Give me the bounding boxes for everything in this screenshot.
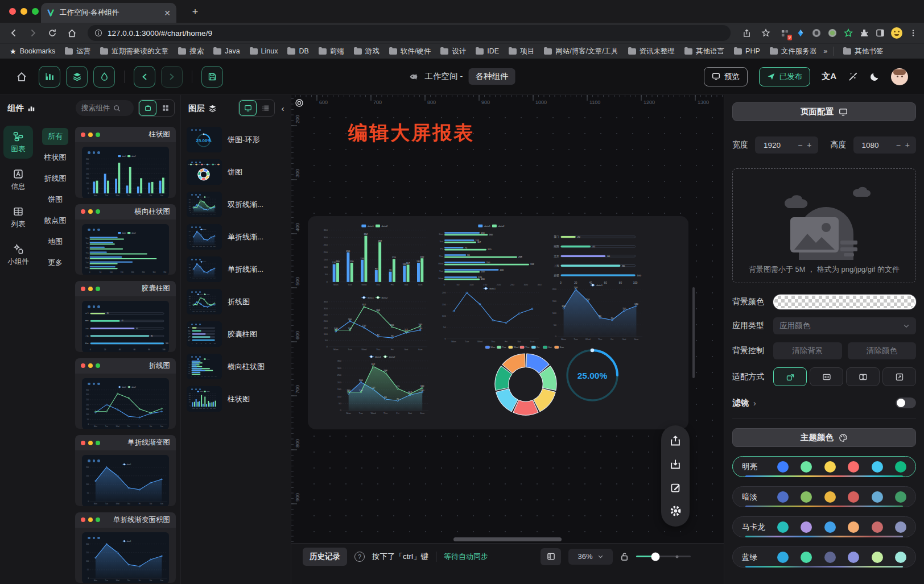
canvas-chart-hbar[interactable]: 050100150200250300350Sun130160Sat110117F… [436,223,548,288]
theme-row-明亮[interactable]: 明亮 [732,456,916,477]
height-value[interactable]: 1080 [859,141,893,150]
back-button[interactable] [6,25,22,41]
background-upload-dropzone[interactable]: 背景图需小于 5M ， 格式为 png/jpg/gif 的文件 [732,168,916,283]
maximize-window-button[interactable] [32,8,39,15]
bookmark-item[interactable]: 项目 [506,47,537,56]
preview-button[interactable]: 预览 [704,67,748,86]
bookmark-item[interactable]: 设计 [438,47,469,56]
layers-panel-toggle-button[interactable] [66,66,88,88]
history-button[interactable]: 历史记录 [303,548,347,566]
bookmark-star-icon[interactable] [758,25,774,41]
component-card[interactable]: 折线图050100150200250300350MonTueWedThuFriS… [75,358,176,429]
extension-star-icon[interactable] [843,28,853,38]
export-icon[interactable] [667,432,684,449]
canvas-chart-line[interactable]: 050100150200250300350MonTueWedThuFriSatS… [320,295,431,353]
layer-item[interactable]: 050100150200250300350MonTueWedThuFriSatS… [187,289,286,314]
layer-item[interactable]: MonTueWedThuFriSatSun饼图 [187,159,286,185]
project-name-badge[interactable]: 各种组件 [468,68,515,85]
bookmark-item[interactable]: PHP [731,47,763,56]
sidebar-toggle-icon[interactable] [875,28,885,38]
width-value[interactable]: 1920 [760,141,794,150]
app-home-icon[interactable] [16,71,27,82]
details-panel-toggle-button[interactable] [93,66,115,88]
filter-toggle[interactable] [896,397,916,408]
extension-circle-green-icon[interactable] [827,28,838,38]
fit-scale-button[interactable] [773,367,807,386]
horizontal-scrollbar[interactable] [453,537,562,541]
height-stepper[interactable]: 1080 − + [853,136,917,154]
clear-color-button[interactable]: 清除颜色 [848,342,917,359]
layer-item[interactable]: 050100150200MonTueWedThuFriSatSundata1单折… [187,224,286,250]
minimize-window-button[interactable] [20,8,27,15]
layer-item[interactable]: 050100150200250300350MonTueWedThuFriSatS… [187,192,286,217]
layers-thumbnail-view-button[interactable] [239,100,257,116]
layer-item[interactable]: 050100150200MonTueWedThuFriSatSundata1单折… [187,256,286,282]
grid-view-button[interactable] [156,100,174,116]
theme-row-蓝绿[interactable]: 蓝绿 [732,546,916,568]
zoom-slider[interactable] [636,556,691,557]
zoom-slider-knob[interactable] [651,552,659,561]
bookmark-item[interactable]: 资讯未整理 [625,47,678,56]
user-avatar[interactable] [891,68,908,85]
ruler-eye-icon[interactable] [293,97,305,109]
puzzle-icon[interactable] [859,28,869,38]
bookmark-item[interactable]: 其他语言 [682,47,727,56]
category-item[interactable]: 折线图 [39,170,72,187]
browser-menu-icon[interactable] [908,28,918,38]
charts-panel-toggle-button[interactable] [39,66,60,88]
extension-circle-dark-icon[interactable] [811,28,822,38]
bookmark-item[interactable]: 文件服务器 [767,47,820,56]
help-icon[interactable]: ? [354,552,365,562]
search-input[interactable]: 搜索组件 [76,100,134,116]
fit-height-button[interactable] [846,367,880,386]
bookmark-item[interactable]: 前端 [316,47,347,56]
bookmark-item[interactable]: 游戏 [351,47,382,56]
layer-item[interactable]: 厦门南阳北京上海新疆020406080100胶囊柱图 [187,321,286,347]
canvas-area[interactable]: 6007008009001000110012001300 20030040050… [291,95,724,584]
magic-wand-icon[interactable] [848,72,858,82]
component-card[interactable]: 柱状图050100150200250300350MonTueWedThuFriS… [75,127,176,198]
reload-button[interactable] [44,25,60,41]
canvas-chart-area[interactable]: 050100150200250300350MonTueWedThuFriSatS… [334,354,432,416]
canvas-chart-bar[interactable]: 050100150200250300350MonTueWedThuFriSatS… [320,223,431,288]
category-item[interactable]: 散点图 [39,212,72,229]
height-increase-button[interactable]: + [904,140,911,150]
category-item[interactable]: 所有 [42,128,68,145]
tab-close-icon[interactable]: ✕ [164,9,171,18]
layers-list-view-button[interactable] [257,100,274,116]
component-card[interactable]: 单折线渐变图050100150200MonTueWedThuFriSatSund… [75,435,176,506]
download-icon[interactable] [667,455,684,473]
width-decrease-button[interactable]: − [797,140,803,150]
sidebar-nav-chart[interactable]: 图表 [3,126,33,159]
category-item[interactable]: 更多 [42,254,68,271]
layer-item[interactable]: 25.00%饼图-环形 [187,127,286,152]
language-switch-icon[interactable]: 文A [822,71,836,82]
component-card[interactable]: 横向柱状图050100150200250300350SunSatFriThuWe… [75,204,176,275]
share-icon[interactable] [739,25,754,41]
lock-icon[interactable] [620,552,629,561]
canvas-chart-area[interactable]: 050100150200MonTueWedThuFriSatSun1202001… [549,282,646,342]
save-button[interactable] [201,66,223,88]
component-card[interactable]: 胶囊柱图厦门20南阳40北京60上海80新疆100020406080100 [75,281,176,352]
redo-button[interactable] [161,66,183,88]
category-item[interactable]: 饼图 [42,191,68,208]
app-type-select[interactable]: 应用颜色 [773,317,916,334]
sidebar-nav-info[interactable]: 信息 [3,163,33,196]
width-stepper[interactable]: 1920 − + [755,136,818,154]
canvas-title-text[interactable]: 编辑大屏报表 [348,120,475,146]
extension-pin-icon[interactable]: 9 [779,28,790,38]
width-increase-button[interactable]: + [806,140,812,150]
bookmark-item[interactable]: DB [284,47,311,56]
zoom-select[interactable]: 36% [568,549,613,565]
category-item[interactable]: 柱状图 [39,149,72,166]
extension-kite-icon[interactable] [795,28,806,38]
address-bar[interactable]: 127.0.0.1:3000/#/chart/home/9 [88,25,731,41]
other-bookmarks[interactable]: 其他书签 [840,47,886,56]
sidebar-nav-widget[interactable]: 小组件 [3,238,33,271]
publish-button[interactable]: 已发布 [759,67,811,86]
close-window-button[interactable] [9,8,16,15]
bookmark-item[interactable]: Java [211,47,242,56]
new-tab-button[interactable]: + [188,5,203,19]
bookmarks-overflow-chevron[interactable]: » [823,47,827,55]
layer-item[interactable]: 050100150200250300350SunSatFriThuWedTueM… [187,354,286,379]
